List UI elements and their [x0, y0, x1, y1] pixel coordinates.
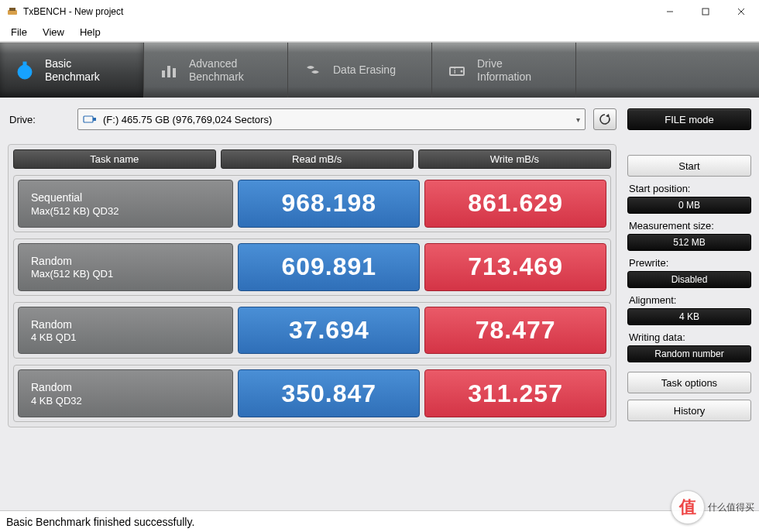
watermark-icon: 值 [671, 490, 705, 524]
writing-data-label: Writing data: [629, 331, 751, 343]
bar-chart-icon [158, 60, 180, 81]
statusbar: Basic Benchmark finished successfully. [0, 510, 759, 532]
start-position-label: Start position: [629, 183, 751, 194]
table-row: Random 4 KB QD1 37.694 78.477 [13, 302, 611, 359]
app-icon [6, 5, 19, 18]
svg-rect-16 [93, 118, 96, 121]
menu-help[interactable]: Help [72, 25, 108, 39]
start-position-value[interactable]: 0 MB [627, 197, 751, 214]
menu-view[interactable]: View [35, 25, 72, 39]
reload-icon [598, 112, 612, 126]
read-value: 968.198 [238, 180, 420, 228]
tab-label: Drive Information [477, 57, 531, 84]
drive-icon [83, 114, 97, 125]
svg-rect-15 [84, 116, 93, 122]
benchmark-table: Task name Read mB/s Write mB/s Sequentia… [8, 144, 616, 427]
tab-data-erasing[interactable]: Data Erasing [288, 43, 432, 98]
reload-button[interactable] [593, 108, 616, 130]
svg-rect-1 [9, 8, 15, 11]
alignment-value[interactable]: 4 KB [627, 308, 751, 325]
task-options-button[interactable]: Task options [627, 372, 751, 393]
prewrite-value[interactable]: Disabled [627, 271, 751, 288]
drive-select-value: (F:) 465.75 GB (976,769,024 Sectors) [103, 114, 272, 125]
maximize-button[interactable] [688, 0, 723, 23]
svg-point-13 [461, 70, 463, 72]
tab-drive-information[interactable]: i Drive Information [432, 43, 576, 98]
svg-rect-9 [162, 70, 165, 77]
prewrite-label: Prewrite: [629, 257, 751, 269]
table-header: Task name Read mB/s Write mB/s [13, 149, 611, 169]
minimize-button[interactable] [652, 0, 688, 23]
history-button[interactable]: History [627, 400, 751, 421]
read-value: 609.891 [238, 243, 420, 291]
body-area: Drive: (F:) 465.75 GB (976,769,024 Secto… [0, 98, 759, 510]
svg-rect-3 [702, 9, 709, 15]
tab-label: Advanced Benchmark [189, 57, 244, 84]
window-controls [652, 0, 759, 23]
window-title: TxBENCH - New project [23, 6, 123, 17]
measurement-size-label: Measurement size: [629, 220, 751, 232]
alignment-label: Alignment: [629, 294, 751, 306]
menu-file[interactable]: File [3, 25, 35, 39]
header-write: Write mB/s [418, 149, 611, 169]
table-row: Sequential Max(512 KB) QD32 968.198 861.… [13, 175, 611, 232]
start-button[interactable]: Start [627, 155, 751, 177]
watermark: 值 什么值得买 [671, 490, 754, 524]
tab-advanced-benchmark[interactable]: Advanced Benchmark [144, 43, 288, 98]
main-panel: Drive: (F:) 465.75 GB (976,769,024 Secto… [8, 108, 616, 501]
watermark-text: 什么值得买 [708, 501, 754, 514]
status-text: Basic Benchmark finished successfully. [6, 516, 194, 528]
task-name-cell: Sequential Max(512 KB) QD32 [18, 180, 233, 228]
erase-icon [302, 60, 324, 81]
header-task: Task name [13, 149, 216, 169]
drive-row: Drive: (F:) 465.75 GB (976,769,024 Secto… [8, 108, 616, 130]
task-name-cell: Random Max(512 KB) QD1 [18, 243, 233, 291]
write-value: 311.257 [424, 369, 606, 417]
menubar: File View Help [0, 23, 759, 42]
write-value: 713.469 [424, 243, 606, 291]
read-value: 350.847 [238, 369, 420, 417]
titlebar: TxBENCH - New project [0, 0, 759, 23]
side-panel: FILE mode Start Start position: 0 MB Mea… [627, 108, 751, 501]
drive-info-icon: i [446, 60, 468, 81]
table-row: Random Max(512 KB) QD1 609.891 713.469 [13, 239, 611, 296]
write-value: 861.629 [424, 180, 606, 228]
read-value: 37.694 [238, 307, 420, 355]
tab-basic-benchmark[interactable]: Basic Benchmark [0, 43, 144, 98]
header-read: Read mB/s [221, 149, 414, 169]
writing-data-value[interactable]: Random number [627, 345, 751, 362]
chevron-down-icon: ▾ [576, 115, 580, 124]
table-row: Random 4 KB QD32 350.847 311.257 [13, 365, 611, 422]
svg-text:i: i [454, 67, 456, 75]
stopwatch-icon [14, 60, 36, 81]
task-name-cell: Random 4 KB QD1 [18, 307, 233, 355]
drive-label: Drive: [8, 114, 70, 125]
close-button[interactable] [723, 0, 759, 23]
svg-rect-10 [167, 66, 170, 77]
file-mode-button[interactable]: FILE mode [627, 108, 751, 130]
tab-label: Basic Benchmark [45, 57, 100, 84]
svg-rect-11 [173, 68, 176, 77]
measurement-size-value[interactable]: 512 MB [627, 234, 751, 251]
task-name-cell: Random 4 KB QD32 [18, 369, 233, 417]
tab-label: Data Erasing [333, 63, 396, 77]
write-value: 78.477 [424, 307, 606, 355]
drive-select[interactable]: (F:) 465.75 GB (976,769,024 Sectors) ▾ [77, 108, 586, 130]
tabbar: Basic Benchmark Advanced Benchmark Data … [0, 42, 759, 98]
svg-rect-7 [23, 62, 26, 65]
